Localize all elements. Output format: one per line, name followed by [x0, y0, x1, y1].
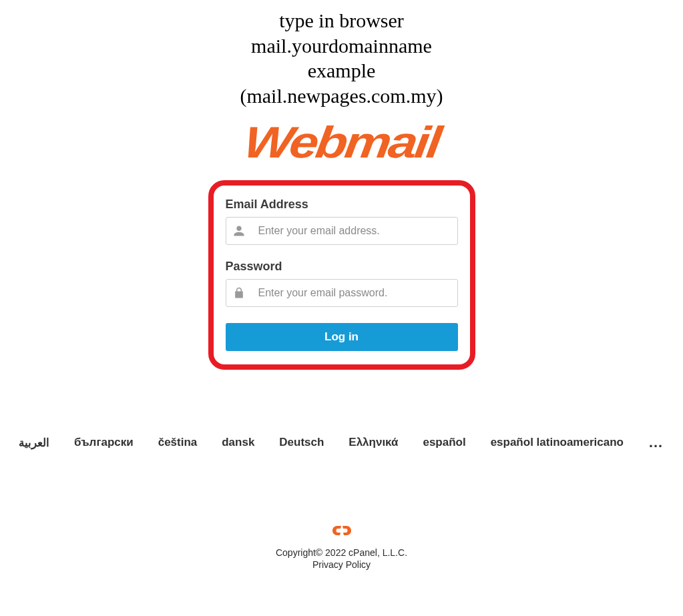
password-label: Password: [226, 260, 458, 274]
instruction-line: mail.yourdomainname: [0, 33, 683, 59]
login-button[interactable]: Log in: [226, 323, 458, 351]
locale-link[interactable]: čeština: [158, 436, 198, 449]
locale-link[interactable]: Ελληνικά: [349, 436, 398, 449]
instruction-line: (mail.newpages.com.my): [0, 83, 683, 109]
email-input[interactable]: [226, 217, 458, 245]
locale-link[interactable]: dansk: [222, 436, 254, 449]
email-input-wrap: [226, 217, 458, 245]
locale-link[interactable]: Deutsch: [279, 436, 324, 449]
privacy-policy-link[interactable]: Privacy Policy: [0, 559, 683, 570]
locale-more-button[interactable]: …: [648, 434, 664, 451]
email-label: Email Address: [226, 198, 458, 212]
locale-link[interactable]: español: [423, 436, 465, 449]
locale-selector: العربية български čeština dansk Deutsch …: [0, 434, 683, 451]
locale-link[interactable]: español latinoamericano: [491, 436, 624, 449]
instruction-line: type in browser: [0, 8, 683, 33]
webmail-logo-wrap: Webmail: [0, 116, 683, 168]
password-input-wrap: [226, 279, 458, 307]
copyright-text: Copyright© 2022 cPanel, L.L.C.: [0, 547, 683, 558]
instruction-line: example: [0, 58, 683, 83]
login-form: Email Address Password Log in: [208, 180, 475, 370]
footer: Copyright© 2022 cPanel, L.L.C. Privacy P…: [0, 523, 683, 570]
locale-link[interactable]: български: [74, 436, 134, 449]
password-input[interactable]: [226, 279, 458, 307]
locale-link[interactable]: العربية: [19, 436, 49, 450]
instruction-text: type in browser mail.yourdomainname exam…: [0, 0, 683, 111]
cpanel-logo-icon: [332, 523, 352, 541]
webmail-logo: Webmail: [241, 120, 442, 164]
